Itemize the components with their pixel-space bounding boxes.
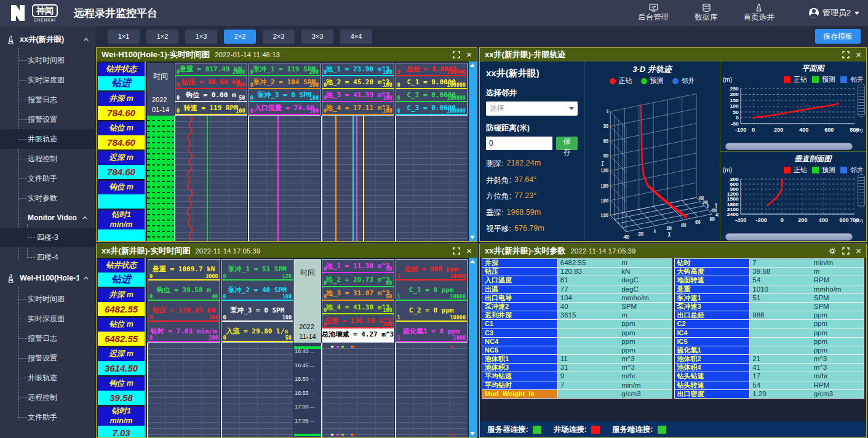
save-distance-button[interactable]: 保存 bbox=[556, 137, 578, 150]
param-unit: ppm bbox=[814, 311, 827, 319]
close-icon[interactable]: × bbox=[856, 247, 861, 255]
sidebar-item-报警设置[interactable]: 报警设置 bbox=[0, 348, 95, 368]
param-cell-5: 钻时1min/m bbox=[98, 210, 145, 241]
curve-max: 2000 bbox=[233, 69, 245, 75]
curve-header-总池增减: 总池增减 = 4.27 m^3 bbox=[322, 328, 394, 342]
section-hscrollbar[interactable] bbox=[725, 233, 853, 241]
chart-vscrollbar[interactable] bbox=[469, 62, 477, 241]
layout-button-2×3[interactable]: 2×3 bbox=[263, 30, 295, 44]
sidebar-item-报警设置[interactable]: 报警设置 bbox=[0, 110, 95, 129]
nav-admin[interactable]: 后台管理 bbox=[638, 4, 669, 23]
chevron-down-icon bbox=[569, 107, 574, 110]
sidebar-item-井眼轨迹[interactable]: 井眼轨迹 bbox=[0, 129, 95, 149]
sidebar-item-实时参数[interactable]: 实时参数 bbox=[0, 188, 95, 208]
panel-bl-body: 钻井状态钻进井深 m6482.55钻位 m6482.55迟深 m3614.50钩… bbox=[97, 258, 477, 437]
scroll-down-icon[interactable] bbox=[470, 236, 475, 239]
param-name: 钻时 bbox=[674, 258, 751, 268]
scroll-up-icon[interactable] bbox=[470, 260, 475, 263]
sidebar-item-远程控制[interactable]: 远程控制 bbox=[0, 388, 95, 407]
param-unit: mmho/m bbox=[621, 294, 649, 302]
param-value: 988 bbox=[752, 311, 764, 319]
nav-database[interactable]: 数据库 bbox=[695, 4, 718, 23]
table-cell-C2: C2ppm bbox=[674, 319, 865, 328]
curve-min: 0 bbox=[250, 95, 253, 101]
layout-button-1×3[interactable]: 1×3 bbox=[185, 30, 217, 44]
layout-button-1×1[interactable]: 1×1 bbox=[108, 30, 140, 44]
plan-vslider[interactable] bbox=[858, 84, 865, 117]
scroll-down-icon[interactable] bbox=[470, 432, 475, 436]
svg-text:0: 0 bbox=[654, 228, 656, 234]
param-column: 钻井状态钻进井深 m784.60钻位 m784.60迟深 m784.60钩位 m… bbox=[97, 62, 146, 241]
param-cell-1: 井深 m6482.55 bbox=[98, 289, 145, 316]
time-tick: 16:55 bbox=[295, 390, 315, 396]
param-value-unit: ppm bbox=[750, 328, 864, 338]
close-icon[interactable]: × bbox=[856, 51, 861, 58]
collapse-icon[interactable] bbox=[83, 276, 89, 281]
sidebar-item-文件助手[interactable]: 文件助手 bbox=[0, 169, 95, 188]
anticollision-distance-input[interactable] bbox=[486, 137, 552, 150]
nav-home-well[interactable]: 首页选井 bbox=[744, 4, 774, 23]
curve-max: 200 bbox=[209, 335, 218, 341]
collapse-icon[interactable] bbox=[82, 215, 88, 220]
sidebar-item-四楼-4[interactable]: 四楼-4 bbox=[0, 247, 95, 267]
layout-button-2×2[interactable]: 2×2 bbox=[224, 30, 256, 44]
param-label: 钻井状态 bbox=[98, 259, 145, 273]
curve-header-池_2: 0池_2 = 45.20 m^3100 bbox=[322, 76, 394, 89]
legend-item-邻井: 邻井 bbox=[840, 165, 864, 175]
user-menu[interactable]: 管理员2 bbox=[809, 7, 859, 18]
param-cell-2: 钻位 m784.60 bbox=[98, 122, 145, 149]
curve-text: 池_4 = 41.30 m^3 bbox=[326, 303, 390, 312]
curve-max: 50 bbox=[239, 95, 245, 101]
sidebar-item-实时时间图[interactable]: 实时时间图 bbox=[0, 289, 95, 309]
sidebar-item-四楼-3[interactable]: 四楼-3 bbox=[0, 228, 95, 247]
param-unit: RPM bbox=[814, 381, 830, 389]
sidebar-item-实时深度图[interactable]: 实时深度图 bbox=[0, 70, 95, 90]
sidebar-well-1[interactable]: Wei-H100(Hole-1) bbox=[0, 267, 95, 289]
curve-min: 0 bbox=[149, 293, 153, 300]
table-cell-池体积3: 池体积331m^3 bbox=[482, 363, 672, 372]
table-row: C1ppmC2ppm bbox=[482, 319, 864, 328]
gear-icon[interactable] bbox=[829, 247, 836, 255]
layout-button-3×3[interactable]: 3×3 bbox=[301, 30, 333, 44]
param-value-unit: ppm bbox=[558, 328, 672, 338]
stat-row: 投影角:77.23° bbox=[486, 241, 578, 242]
param-cell-4: 钩位 m bbox=[98, 181, 145, 209]
sidebar-item-文件助手[interactable]: 文件助手 bbox=[0, 407, 95, 427]
layout-button-4×4[interactable]: 4×4 bbox=[340, 30, 372, 44]
chart-vscrollbar[interactable] bbox=[469, 258, 477, 437]
offset-well-select[interactable]: 选择 bbox=[486, 102, 578, 116]
sidebar-item-Monitor Video[interactable]: Monitor Video bbox=[0, 208, 95, 228]
expand-icon[interactable] bbox=[842, 51, 850, 58]
stat-value: 2182.24m bbox=[506, 159, 541, 169]
save-template-button[interactable]: 保存模板 bbox=[815, 29, 861, 44]
svg-text:-200: -200 bbox=[756, 217, 767, 223]
sidebar-item-报警日志[interactable]: 报警日志 bbox=[0, 328, 95, 348]
expand-icon[interactable] bbox=[453, 51, 460, 58]
curve-text: 硫化氢1 = 0 ppm bbox=[403, 327, 460, 336]
collapse-icon[interactable] bbox=[83, 37, 89, 42]
param-name: 钻压 bbox=[482, 267, 558, 276]
param-value: 77 bbox=[560, 285, 568, 293]
scroll-up-icon[interactable] bbox=[470, 63, 475, 67]
stat-label: 井斜角: bbox=[486, 175, 511, 186]
status-label: 服务端连接: bbox=[612, 424, 653, 435]
svg-text:600: 600 bbox=[695, 218, 700, 225]
layout-button-1×2[interactable]: 1×2 bbox=[146, 30, 178, 44]
plan-hscrollbar[interactable] bbox=[725, 143, 853, 150]
sidebar-item-报警日志[interactable]: 报警日志 bbox=[0, 90, 95, 110]
table-row: 出口电导104mmho/m泵冲速151SPM bbox=[482, 293, 864, 303]
sidebar-item-井眼轨迹[interactable]: 井眼轨迹 bbox=[0, 368, 95, 388]
curve-min: 0 bbox=[324, 266, 327, 272]
sidebar-item-远程控制[interactable]: 远程控制 bbox=[0, 149, 95, 169]
expand-icon[interactable] bbox=[453, 247, 460, 255]
param-value: 54 bbox=[752, 276, 760, 284]
close-icon[interactable]: × bbox=[466, 51, 472, 58]
close-icon[interactable]: × bbox=[466, 247, 472, 255]
expand-icon[interactable] bbox=[842, 247, 850, 255]
app-root: 神闻 SHENKAI 远程录井监控平台 后台管理 数据库 首页选井 管理员2 bbox=[0, 0, 868, 438]
section-vslider[interactable] bbox=[858, 174, 865, 207]
sidebar-well-0[interactable]: xx井(新井眼) bbox=[0, 28, 95, 50]
param-name: Mud_Weight_In bbox=[482, 389, 558, 399]
sidebar-item-实时时间图[interactable]: 实时时间图 bbox=[0, 50, 95, 70]
sidebar-item-实时深度图[interactable]: 实时深度图 bbox=[0, 309, 95, 328]
